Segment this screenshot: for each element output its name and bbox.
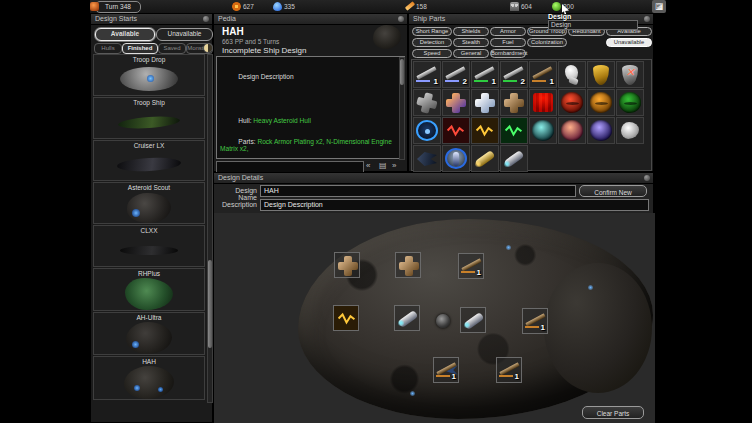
- part-filter-button[interactable]: Speed: [412, 49, 452, 58]
- part-filter-button[interactable]: Shields: [453, 27, 489, 36]
- rock-armor-plating[interactable]: [395, 252, 421, 278]
- rock-armor-plating[interactable]: [500, 89, 528, 116]
- mass-driver-1[interactable]: 1: [413, 61, 441, 88]
- standard-armor[interactable]: [413, 89, 441, 116]
- part-filter-button[interactable]: Fuel: [490, 38, 526, 47]
- part-tier-badge: 2: [521, 77, 525, 86]
- plasma-cannon-1[interactable]: 1: [496, 357, 522, 383]
- plasma-cannon-1[interactable]: 1: [458, 253, 484, 279]
- scrollbar-thumb[interactable]: [208, 260, 212, 348]
- design-name-input[interactable]: HAH: [260, 185, 576, 197]
- design-list-item[interactable]: Asteroid Scout: [93, 182, 205, 224]
- n-dimensional-engine-matrix[interactable]: [394, 305, 420, 331]
- design-thumbnail: [117, 157, 182, 173]
- design-tooltip: Design Design: [548, 13, 638, 30]
- laser-1[interactable]: 1: [471, 61, 499, 88]
- laser-2[interactable]: 2: [500, 61, 528, 88]
- panel-pin-icon[interactable]: [203, 16, 209, 22]
- subtab-finished[interactable]: Finished: [122, 43, 158, 54]
- part-filter-button[interactable]: General: [453, 49, 489, 58]
- industry-icon: [232, 2, 241, 11]
- pedia-description-box: Design Description Hull: Heavy Asteroid …: [216, 56, 405, 159]
- red-sensor[interactable]: [558, 89, 586, 116]
- part-filter-button[interactable]: Stealth: [453, 38, 489, 47]
- absorption-field[interactable]: [333, 305, 359, 331]
- rock-armor-plating: [501, 90, 527, 115]
- plasma-cannon-1[interactable]: 1: [529, 61, 557, 88]
- part-filter-button[interactable]: Colonization: [527, 38, 567, 47]
- absorption-field[interactable]: [471, 117, 499, 144]
- advanced-troops: [530, 90, 556, 115]
- design-list-item[interactable]: Troop Drop: [93, 54, 205, 96]
- detector: [414, 118, 440, 143]
- deflector-shield: [588, 62, 614, 87]
- zortrium-armor[interactable]: [442, 89, 470, 116]
- pedia-back-icon[interactable]: «: [366, 160, 370, 172]
- design-list-item[interactable]: AH-Ultra: [93, 312, 205, 355]
- clear-parts-button[interactable]: Clear Parts: [582, 406, 644, 419]
- pedia-index-icon[interactable]: ▤: [379, 160, 387, 172]
- pedia-forward-icon[interactable]: »: [392, 160, 396, 172]
- ground-troops[interactable]: [558, 61, 586, 88]
- red-field[interactable]: [442, 117, 470, 144]
- part-filter-button[interactable]: Short Range: [412, 27, 452, 36]
- moon-toggle-icon[interactable]: [203, 43, 213, 53]
- plasma-cannon-1[interactable]: 1: [522, 308, 548, 334]
- design-list-item[interactable]: CLXX: [93, 225, 205, 267]
- industry-icon[interactable]: 627: [232, 0, 254, 13]
- sitrep-icon[interactable]: [90, 0, 101, 13]
- n-dimensional-engine-matrix[interactable]: [500, 145, 528, 172]
- purple-orb: [588, 118, 614, 143]
- description-input[interactable]: Design Description: [260, 199, 649, 211]
- green-field[interactable]: [500, 117, 528, 144]
- asteroid-rock: [617, 118, 643, 143]
- plasma-cannon-1[interactable]: 1: [433, 357, 459, 383]
- rock-armor-plating: [396, 253, 420, 277]
- part-filter-button[interactable]: Armor: [490, 27, 526, 36]
- detector[interactable]: [413, 117, 441, 144]
- design-name: HAH: [142, 357, 156, 366]
- fleet-icon[interactable]: 604: [510, 0, 532, 13]
- research-icon[interactable]: 335: [273, 0, 295, 13]
- orange-sensor[interactable]: [587, 89, 615, 116]
- design-list-item[interactable]: Troop Ship: [93, 97, 205, 139]
- menu-icon[interactable]: ≡: [652, 0, 666, 13]
- purple-orb[interactable]: [587, 117, 615, 144]
- asteroid-rock[interactable]: [616, 117, 644, 144]
- part-filter-button[interactable]: Bombardment: [490, 49, 526, 58]
- design-list-item[interactable]: HAH: [93, 356, 205, 400]
- turn-button[interactable]: Turn 348: [95, 1, 141, 13]
- n-dimensional-engine-matrix[interactable]: [460, 307, 486, 333]
- fighter-bay[interactable]: [413, 145, 441, 172]
- defense-grid[interactable]: [616, 61, 644, 88]
- scrollbar-thumb[interactable]: [400, 59, 404, 85]
- asteroid-armor[interactable]: [471, 89, 499, 116]
- subtab-saved[interactable]: Saved: [158, 43, 186, 54]
- pedia-text-line: Plasma Cannon 1 x4, Absorption Field: [220, 153, 397, 159]
- tab-unavailable[interactable]: Unavailable: [156, 28, 213, 41]
- teal-orb[interactable]: [529, 117, 557, 144]
- subtab-hulls[interactable]: Hulls: [94, 43, 122, 54]
- influence-icon[interactable]: 158: [405, 0, 427, 13]
- green-sensor[interactable]: [616, 89, 644, 116]
- panel-pin-icon[interactable]: [398, 16, 404, 22]
- pedia-scrollbar[interactable]: [399, 57, 405, 160]
- pedia-text-segment: Design Description: [238, 73, 293, 80]
- engine[interactable]: [442, 145, 470, 172]
- design-list-item[interactable]: RHPlus: [93, 268, 205, 311]
- tab-available[interactable]: Available: [95, 28, 155, 41]
- part-filter-button[interactable]: Detection: [412, 38, 452, 47]
- advanced-troops[interactable]: [529, 89, 557, 116]
- panel-pin-icon[interactable]: [644, 175, 650, 181]
- part-filter-button[interactable]: Unavailable: [606, 38, 652, 47]
- rock-armor-plating[interactable]: [334, 252, 360, 278]
- gold-capsule[interactable]: [471, 145, 499, 172]
- design-list-item[interactable]: Cruiser LX: [93, 140, 205, 182]
- design-name: Cruiser LX: [134, 141, 165, 150]
- panel-pin-icon[interactable]: [644, 16, 650, 22]
- mass-driver-2[interactable]: 2: [442, 61, 470, 88]
- deflector-shield[interactable]: [587, 61, 615, 88]
- pink-orb[interactable]: [558, 117, 586, 144]
- sitrep-icon: [90, 2, 99, 11]
- confirm-new-design-button[interactable]: Confirm New Design: [579, 185, 647, 197]
